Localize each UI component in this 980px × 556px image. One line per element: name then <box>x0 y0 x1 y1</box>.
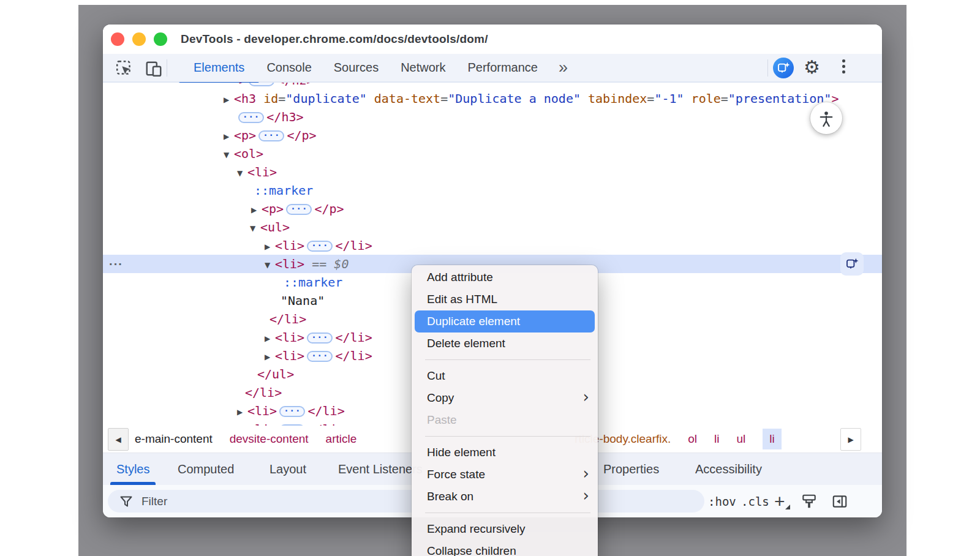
breadcrumb-item[interactable]: ol <box>688 432 697 446</box>
dom-tree-row[interactable]: ▶<li>···</li> <box>103 236 882 255</box>
close-window-button[interactable] <box>111 32 124 46</box>
dom-tree-row[interactable]: ▼<ul> <box>103 218 882 236</box>
breadcrumb-item[interactable]: e-main-content <box>135 432 213 446</box>
menu-item-force-state[interactable]: Force state› <box>412 464 598 486</box>
tab-console[interactable]: Console <box>255 54 322 81</box>
breadcrumb-item[interactable]: ul <box>737 432 746 446</box>
dom-tree-row[interactable]: ▶<p>···</p> <box>103 200 882 218</box>
accessibility-fab-icon[interactable] <box>810 102 842 134</box>
toggle-element-state-button[interactable]: :hov <box>708 485 736 517</box>
menu-item-label: Expand recursively <box>427 522 526 536</box>
dom-token-attr: id <box>256 91 278 106</box>
collapsed-content-ellipsis-icon[interactable]: ··· <box>238 112 264 123</box>
disclosure-right-icon[interactable]: ▶ <box>265 329 275 348</box>
collapsed-content-ellipsis-icon[interactable]: ··· <box>286 204 312 215</box>
more-panels-chevron-icon[interactable]: » <box>549 54 576 81</box>
window-titlebar[interactable]: DevTools - developer.chrome.com/docs/dev… <box>103 24 882 54</box>
dom-token-val: "Duplicate a node" <box>448 91 581 106</box>
disclosure-down-icon[interactable]: ▼ <box>265 256 275 274</box>
tab-elements[interactable]: Elements <box>183 54 255 81</box>
menu-item-label: Collapse children <box>427 544 516 556</box>
breadcrumb-item[interactable]: devsite-content <box>230 432 309 446</box>
menu-item-label: Delete element <box>427 337 505 350</box>
collapsed-content-ellipsis-icon[interactable]: ··· <box>307 241 333 252</box>
collapsed-content-ellipsis-icon[interactable]: ··· <box>258 130 284 141</box>
dom-tree-row[interactable]: ::marker <box>103 181 882 200</box>
submenu-chevron-icon: › <box>583 465 589 481</box>
disclosure-right-icon[interactable]: ▶ <box>237 403 247 421</box>
tab-styles[interactable]: Styles <box>116 453 149 485</box>
traffic-lights <box>111 32 167 46</box>
menu-item-break-on[interactable]: Break on› <box>412 486 598 508</box>
disclosure-down-icon[interactable]: ▼ <box>224 146 234 164</box>
menu-item-label: Break on <box>427 490 473 503</box>
menu-item-label: Paste <box>427 413 457 427</box>
device-toolbar-icon[interactable] <box>143 58 164 78</box>
dom-token-tag: <ul> <box>260 220 290 235</box>
disclosure-right-icon[interactable]: ▶ <box>237 421 247 426</box>
dom-tree-row[interactable]: ▼<ol> <box>103 145 882 163</box>
menu-item-paste[interactable]: Paste <box>412 409 598 431</box>
menu-item-copy[interactable]: Copy› <box>412 387 598 409</box>
tab-network[interactable]: Network <box>390 54 456 81</box>
tab-properties[interactable]: Properties <box>603 453 659 485</box>
menu-item-delete-element[interactable]: Delete element <box>412 332 598 355</box>
disclosure-down-icon[interactable]: ▼ <box>250 219 260 238</box>
disclosure-down-icon[interactable]: ▼ <box>237 164 247 182</box>
collapsed-content-ellipsis-icon[interactable]: ··· <box>307 351 333 362</box>
menu-item-edit-as-html[interactable]: Edit as HTML <box>412 288 598 310</box>
disclosure-right-icon[interactable]: ▶ <box>224 127 234 146</box>
breadcrumb-scroll-left-button[interactable]: ◀ <box>108 428 129 451</box>
dom-tree-row[interactable]: ···</h3> <box>103 108 882 126</box>
collapsed-content-ellipsis-icon[interactable]: ··· <box>307 332 333 344</box>
disclosure-right-icon[interactable]: ▶ <box>265 238 275 256</box>
collapsed-content-ellipsis-icon[interactable]: ··· <box>249 83 274 86</box>
styles-filter-input[interactable]: Filter <box>108 490 704 513</box>
menu-item-add-attribute[interactable]: Add attribute <box>412 266 598 288</box>
breadcrumb-scroll-right-button[interactable]: ▶ <box>840 428 861 451</box>
tab-accessibility[interactable]: Accessibility <box>695 453 762 485</box>
minimize-window-button[interactable] <box>132 32 146 46</box>
inspect-element-icon[interactable] <box>114 58 134 78</box>
element-classes-button[interactable]: .cls <box>741 485 769 517</box>
paint-brush-icon[interactable] <box>799 491 820 512</box>
menu-item-label: Cut <box>427 369 445 383</box>
tab-performance[interactable]: Performance <box>457 54 549 81</box>
panel-tabs: ElementsConsoleSourcesNetworkPerformance… <box>183 54 576 81</box>
tab-event-listeners[interactable]: Event Listeners <box>338 453 423 485</box>
menu-item-expand-recursively[interactable]: Expand recursively <box>412 518 598 540</box>
settings-gear-icon[interactable]: ⚙ <box>804 56 820 78</box>
zoom-window-button[interactable] <box>154 32 167 46</box>
dom-tree-row[interactable]: ▼<li> <box>103 163 882 181</box>
ai-assist-row-badge-icon[interactable] <box>840 252 864 276</box>
menu-item-hide-element[interactable]: Hide element <box>412 441 598 464</box>
dom-tree-row[interactable]: >···</h2> <box>103 83 882 89</box>
disclosure-right-icon[interactable]: ▶ <box>251 201 262 219</box>
menu-item-cut[interactable]: Cut <box>412 365 598 387</box>
dom-token-tag: </ul> <box>257 367 294 381</box>
dom-tree-row[interactable]: ▶<p>···</p> <box>103 126 882 145</box>
dom-token-attr: role <box>684 91 721 106</box>
tab-computed[interactable]: Computed <box>178 453 234 485</box>
ai-assistant-icon[interactable] <box>773 58 794 78</box>
collapsed-content-ellipsis-icon[interactable]: ··· <box>279 406 305 417</box>
breadcrumb-item[interactable]: li <box>763 429 781 449</box>
menu-item-collapse-children[interactable]: Collapse children <box>412 540 598 556</box>
menu-item-duplicate-element[interactable]: Duplicate element <box>415 310 595 332</box>
menu-separator <box>425 513 590 513</box>
breadcrumb-item[interactable]: article <box>326 432 357 446</box>
breadcrumb-item[interactable]: li <box>714 432 719 446</box>
new-style-rule-button[interactable]: + <box>774 485 785 517</box>
dom-token-tag: <p> <box>234 128 256 143</box>
dom-token-tag: <li> <box>275 257 304 271</box>
dock-side-icon[interactable] <box>829 491 850 512</box>
dom-tree-row[interactable]: ▶<h3 id="duplicate" data-text="Duplicate… <box>103 89 882 108</box>
dom-token-dollar: $0 <box>334 257 349 271</box>
disclosure-right-icon[interactable]: ▶ <box>224 91 234 109</box>
row-overflow-dots-icon[interactable]: ··· <box>109 255 123 273</box>
dom-token-tag: </li> <box>335 238 372 253</box>
more-options-kebab-icon[interactable] <box>842 59 845 73</box>
tab-sources[interactable]: Sources <box>323 54 390 81</box>
tab-layout[interactable]: Layout <box>270 453 306 485</box>
disclosure-right-icon[interactable]: ▶ <box>265 348 275 366</box>
